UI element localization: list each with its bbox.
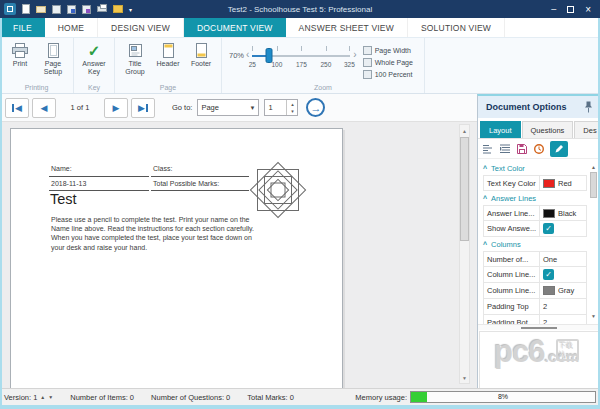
last-page-icon [146,104,148,112]
sort-alphabetical-button[interactable] [482,143,494,155]
document-scrollbar[interactable]: ▲ ▼ [459,124,470,384]
ribbon-tab-home[interactable]: HOME [45,18,98,37]
status-version: Version: 1 [4,393,37,402]
hundred-percent-button[interactable]: 100 Percent [363,70,413,79]
spinner-up-icon[interactable]: ▴ [287,100,297,108]
zoom-slider-left-arrow-icon[interactable]: ‹ [244,49,251,60]
answer-key-button[interactable]: ✓ Answer Key [79,42,109,76]
print-label: Print [13,60,27,68]
checkbox-checked-icon[interactable]: ✓ [543,269,554,280]
print-button[interactable]: Print [5,42,35,68]
section-columns[interactable]: ^ Columns [483,237,587,251]
property-grid-scrollbar[interactable]: ▲ ▼ [589,162,598,320]
titlebar: ▾ Test2 - Schoolhouse Test 5: Profession… [0,0,600,18]
scrollbar-thumb[interactable] [590,172,597,198]
section-text-color[interactable]: ^ Text Color [483,161,587,175]
whole-page-label: Whole Page [375,59,413,66]
goto-type-select[interactable]: Page ▼ [197,99,259,116]
qat-dropdown-arrow-icon[interactable]: ▾ [129,6,132,13]
save-icon[interactable] [52,5,61,14]
property-value: Red [558,179,572,188]
memory-progressbar: 8% [410,391,596,403]
sort-categorized-button[interactable] [499,143,511,155]
property-row-text-key-color[interactable]: Text Key Color Red [483,175,587,191]
property-label: Column Line... [484,267,540,282]
property-row-column-line-show[interactable]: Column Line... ✓ [483,267,587,283]
scroll-down-icon[interactable]: ▼ [460,372,469,383]
page-number-spinner[interactable]: 1 ▴ ▾ [264,99,298,116]
answer-key-check-icon: ✓ [88,43,101,58]
close-button[interactable]: × [585,5,591,14]
ribbon-tab-solution-view[interactable]: SOLUTION VIEW [408,18,505,37]
page-width-icon [363,46,372,55]
color-swatch-black [543,209,555,218]
zoom-tick-label: 175 [296,61,307,68]
header-button[interactable]: Header [153,42,183,68]
whole-page-button[interactable]: Whole Page [363,58,413,67]
ribbon-group-zoom: 70% ‹ 25 100 175 250 325 › [222,38,425,93]
open-icon[interactable] [36,6,46,13]
edit-options-toggle[interactable] [550,141,568,157]
property-row-show-answer[interactable]: Show Answe... ✓ [483,221,587,237]
ribbon-tab-answer-sheet-view[interactable]: ANSWER SHEET VIEW [286,18,408,37]
ribbon-tab-file[interactable]: FILE [0,18,45,37]
zoom-slider[interactable]: 25 100 175 250 325 [252,42,350,76]
title-group-button[interactable]: Title Group [120,42,150,76]
section-answer-lines[interactable]: ^ Answer Lines [483,191,587,205]
scroll-up-icon[interactable]: ▲ [589,162,598,171]
scroll-down-icon[interactable]: ▼ [589,311,598,320]
zoom-tick-label: 250 [320,61,331,68]
footer-icon [195,43,208,58]
last-page-button[interactable]: ▶ [131,98,155,118]
goto-type-value: Page [201,103,219,112]
watermark: pc6 .com 下载站 [494,337,579,367]
version-up-icon[interactable]: ▲ [40,394,45,400]
footer-button[interactable]: Footer [186,42,216,68]
maximize-button[interactable] [567,6,574,13]
instructions-text: Please use a pencil to complete the test… [51,215,255,252]
page-setup-button[interactable]: Page Setup [38,42,68,76]
zoom-tick-label: 25 [249,61,256,68]
previous-page-button[interactable]: ◀ [32,98,56,118]
ribbon-tab-document-view[interactable]: DOCUMENT VIEW [184,18,286,37]
property-label: Column Line... [484,283,540,298]
save-as-icon[interactable] [67,5,76,14]
tick-mark [349,46,350,51]
save-settings-button[interactable] [516,143,528,155]
next-page-button[interactable]: ▶ [104,98,128,118]
first-page-button[interactable]: ◀ [5,98,29,118]
reset-button[interactable] [533,143,545,155]
scrollbar-thumb[interactable] [460,137,469,241]
panel-splitter[interactable] [478,324,600,330]
status-bar: Version: 1 ▲ ▼ Number of Items: 0 Number… [0,388,600,405]
property-row-column-line-color[interactable]: Column Line... Gray [483,283,587,299]
version-down-icon[interactable]: ▼ [48,394,53,400]
scroll-up-icon[interactable]: ▲ [460,125,469,136]
property-row-answer-line-color[interactable]: Answer Line... Black [483,205,587,221]
save-all-icon[interactable] [82,5,91,14]
property-row-padding-top[interactable]: Padding Top 2 [483,299,587,315]
goto-button[interactable]: → [306,98,325,117]
page-width-button[interactable]: Page Width [363,46,413,55]
tab-layout[interactable]: Layout [480,121,521,138]
spinner-down-icon[interactable]: ▾ [287,108,297,116]
tab-questions[interactable]: Questions [522,121,574,138]
property-row-padding-bottom[interactable]: Padding Bot... 2 [483,315,587,324]
minimize-button[interactable]: – [551,5,556,13]
checkbox-checked-icon[interactable]: ✓ [543,223,554,234]
chevron-down-icon: ▼ [249,105,255,111]
property-label: Text Key Color [484,176,540,190]
first-page-icon [12,104,14,112]
collapse-icon: ^ [483,241,487,248]
folder-icon[interactable] [113,5,123,13]
property-value: Gray [558,286,574,295]
quick-print-icon[interactable] [97,6,107,12]
printing-group-label: Printing [0,84,73,93]
property-row-number-of-columns[interactable]: Number of... One [483,251,587,267]
pin-icon[interactable] [584,101,593,113]
ribbon-tab-design-view[interactable]: DESIGN VIEW [98,18,184,37]
tab-design[interactable]: Des [574,121,600,138]
zoom-slider-right-arrow-icon[interactable]: › [351,49,358,60]
panel-toolbar [478,139,600,159]
new-document-icon[interactable] [22,4,30,14]
